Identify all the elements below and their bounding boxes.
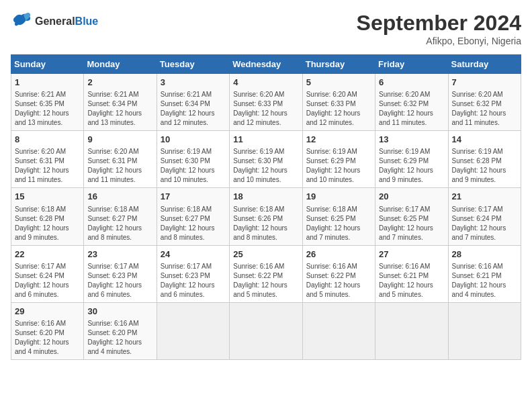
table-row: 14Sunrise: 6:19 AM Sunset: 6:28 PM Dayli…	[448, 131, 521, 188]
table-row: 29Sunrise: 6:16 AM Sunset: 6:20 PM Dayli…	[11, 302, 84, 359]
table-row: 9Sunrise: 6:20 AM Sunset: 6:31 PM Daylig…	[84, 131, 157, 188]
day-info: Sunrise: 6:19 AM Sunset: 6:30 PM Dayligh…	[233, 147, 298, 185]
day-number: 21	[452, 191, 517, 203]
col-friday: Friday	[375, 55, 448, 74]
table-row	[230, 302, 302, 359]
col-sunday: Sunday	[11, 55, 84, 74]
table-row: 22Sunrise: 6:17 AM Sunset: 6:24 PM Dayli…	[11, 245, 84, 302]
day-info: Sunrise: 6:21 AM Sunset: 6:34 PM Dayligh…	[87, 90, 152, 128]
day-number: 19	[306, 191, 371, 203]
table-row: 18Sunrise: 6:18 AM Sunset: 6:26 PM Dayli…	[230, 188, 302, 245]
day-info: Sunrise: 6:18 AM Sunset: 6:26 PM Dayligh…	[233, 205, 298, 242]
day-number: 8	[15, 134, 80, 146]
col-thursday: Thursday	[302, 55, 375, 74]
col-tuesday: Tuesday	[157, 55, 229, 74]
day-info: Sunrise: 6:19 AM Sunset: 6:30 PM Dayligh…	[161, 147, 226, 185]
table-row: 16Sunrise: 6:18 AM Sunset: 6:27 PM Dayli…	[84, 188, 157, 245]
day-number: 17	[161, 191, 226, 203]
day-number: 27	[379, 248, 444, 261]
calendar-table: Sunday Monday Tuesday Wednesday Thursday…	[11, 54, 521, 360]
day-number: 10	[161, 134, 226, 146]
table-row	[448, 302, 521, 359]
logo: GeneralBlue	[11, 11, 98, 32]
table-row: 21Sunrise: 6:17 AM Sunset: 6:24 PM Dayli…	[448, 188, 521, 245]
table-row: 25Sunrise: 6:16 AM Sunset: 6:22 PM Dayli…	[230, 245, 302, 302]
day-info: Sunrise: 6:18 AM Sunset: 6:25 PM Dayligh…	[306, 205, 371, 242]
day-number: 13	[379, 134, 444, 146]
table-row: 23Sunrise: 6:17 AM Sunset: 6:23 PM Dayli…	[84, 245, 157, 302]
logo-icon	[11, 11, 32, 32]
calendar-header-row: Sunday Monday Tuesday Wednesday Thursday…	[11, 55, 521, 74]
day-info: Sunrise: 6:21 AM Sunset: 6:35 PM Dayligh…	[15, 90, 80, 128]
day-info: Sunrise: 6:16 AM Sunset: 6:21 PM Dayligh…	[379, 262, 444, 300]
day-info: Sunrise: 6:19 AM Sunset: 6:29 PM Dayligh…	[379, 147, 444, 185]
day-number: 3	[161, 77, 226, 89]
day-number: 16	[87, 191, 152, 203]
day-info: Sunrise: 6:20 AM Sunset: 6:31 PM Dayligh…	[87, 147, 152, 185]
table-row: 15Sunrise: 6:18 AM Sunset: 6:28 PM Dayli…	[11, 188, 84, 245]
day-number: 29	[15, 306, 80, 318]
day-number: 28	[452, 248, 517, 261]
day-number: 12	[306, 134, 371, 146]
day-info: Sunrise: 6:20 AM Sunset: 6:32 PM Dayligh…	[452, 90, 517, 128]
table-row: 1Sunrise: 6:21 AM Sunset: 6:35 PM Daylig…	[11, 74, 84, 131]
day-number: 1	[15, 77, 80, 89]
calendar-row: 8Sunrise: 6:20 AM Sunset: 6:31 PM Daylig…	[11, 131, 521, 188]
day-number: 4	[233, 77, 298, 89]
day-info: Sunrise: 6:16 AM Sunset: 6:21 PM Dayligh…	[452, 262, 517, 300]
day-info: Sunrise: 6:17 AM Sunset: 6:25 PM Dayligh…	[379, 205, 444, 242]
day-number: 6	[379, 77, 444, 89]
day-info: Sunrise: 6:20 AM Sunset: 6:33 PM Dayligh…	[233, 90, 298, 128]
day-number: 18	[233, 191, 298, 203]
calendar-row: 22Sunrise: 6:17 AM Sunset: 6:24 PM Dayli…	[11, 245, 521, 302]
logo-text: GeneralBlue	[35, 15, 98, 28]
table-row: 30Sunrise: 6:16 AM Sunset: 6:20 PM Dayli…	[84, 302, 157, 359]
table-row	[157, 302, 229, 359]
day-info: Sunrise: 6:17 AM Sunset: 6:24 PM Dayligh…	[15, 262, 80, 300]
day-number: 25	[233, 248, 298, 261]
page-header: GeneralBlue September 2024 Afikpo, Ebony…	[11, 11, 521, 46]
day-number: 22	[15, 248, 80, 261]
table-row: 3Sunrise: 6:21 AM Sunset: 6:34 PM Daylig…	[157, 74, 229, 131]
table-row: 26Sunrise: 6:16 AM Sunset: 6:22 PM Dayli…	[302, 245, 375, 302]
day-info: Sunrise: 6:19 AM Sunset: 6:28 PM Dayligh…	[452, 147, 517, 185]
day-number: 9	[87, 134, 152, 146]
day-info: Sunrise: 6:16 AM Sunset: 6:20 PM Dayligh…	[15, 319, 80, 357]
table-row: 24Sunrise: 6:17 AM Sunset: 6:23 PM Dayli…	[157, 245, 229, 302]
day-number: 11	[233, 134, 298, 146]
day-number: 5	[306, 77, 371, 89]
day-info: Sunrise: 6:16 AM Sunset: 6:20 PM Dayligh…	[87, 319, 152, 357]
day-number: 23	[87, 248, 152, 261]
day-info: Sunrise: 6:18 AM Sunset: 6:27 PM Dayligh…	[87, 205, 152, 242]
day-number: 15	[15, 191, 80, 203]
table-row: 7Sunrise: 6:20 AM Sunset: 6:32 PM Daylig…	[448, 74, 521, 131]
day-info: Sunrise: 6:21 AM Sunset: 6:34 PM Dayligh…	[161, 90, 226, 128]
day-info: Sunrise: 6:19 AM Sunset: 6:29 PM Dayligh…	[306, 147, 371, 185]
table-row	[302, 302, 375, 359]
col-monday: Monday	[84, 55, 157, 74]
month-title: September 2024	[357, 11, 521, 36]
table-row: 12Sunrise: 6:19 AM Sunset: 6:29 PM Dayli…	[302, 131, 375, 188]
table-row: 8Sunrise: 6:20 AM Sunset: 6:31 PM Daylig…	[11, 131, 84, 188]
day-info: Sunrise: 6:20 AM Sunset: 6:32 PM Dayligh…	[379, 90, 444, 128]
table-row: 17Sunrise: 6:18 AM Sunset: 6:27 PM Dayli…	[157, 188, 229, 245]
day-number: 20	[379, 191, 444, 203]
table-row: 27Sunrise: 6:16 AM Sunset: 6:21 PM Dayli…	[375, 245, 448, 302]
calendar-row: 15Sunrise: 6:18 AM Sunset: 6:28 PM Dayli…	[11, 188, 521, 245]
table-row: 11Sunrise: 6:19 AM Sunset: 6:30 PM Dayli…	[230, 131, 302, 188]
table-row: 2Sunrise: 6:21 AM Sunset: 6:34 PM Daylig…	[84, 74, 157, 131]
day-info: Sunrise: 6:20 AM Sunset: 6:33 PM Dayligh…	[306, 90, 371, 128]
day-number: 30	[87, 306, 152, 318]
col-wednesday: Wednesday	[230, 55, 302, 74]
table-row: 4Sunrise: 6:20 AM Sunset: 6:33 PM Daylig…	[230, 74, 302, 131]
day-number: 7	[452, 77, 517, 89]
table-row: 19Sunrise: 6:18 AM Sunset: 6:25 PM Dayli…	[302, 188, 375, 245]
table-row	[375, 302, 448, 359]
day-info: Sunrise: 6:17 AM Sunset: 6:24 PM Dayligh…	[452, 205, 517, 242]
table-row: 13Sunrise: 6:19 AM Sunset: 6:29 PM Dayli…	[375, 131, 448, 188]
day-info: Sunrise: 6:17 AM Sunset: 6:23 PM Dayligh…	[161, 262, 226, 300]
table-row: 28Sunrise: 6:16 AM Sunset: 6:21 PM Dayli…	[448, 245, 521, 302]
table-row: 5Sunrise: 6:20 AM Sunset: 6:33 PM Daylig…	[302, 74, 375, 131]
day-info: Sunrise: 6:18 AM Sunset: 6:28 PM Dayligh…	[15, 205, 80, 242]
day-info: Sunrise: 6:16 AM Sunset: 6:22 PM Dayligh…	[233, 262, 298, 300]
